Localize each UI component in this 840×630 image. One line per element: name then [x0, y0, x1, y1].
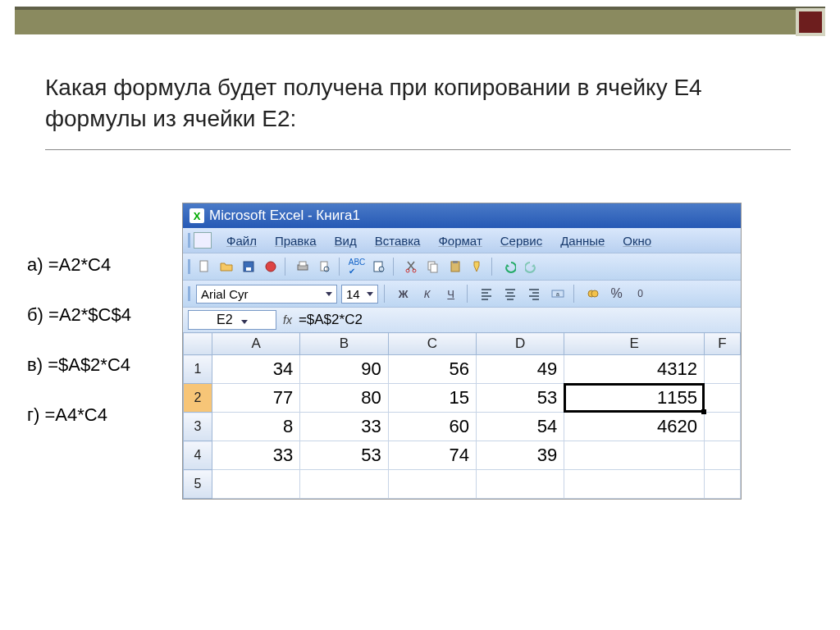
fx-icon[interactable]: fx [283, 313, 292, 326]
answer-c: в) =$A$2*C4 [27, 354, 131, 376]
standard-toolbar[interactable]: ABC✔ [183, 253, 741, 280]
undo-icon[interactable] [500, 257, 519, 276]
cell[interactable] [388, 470, 476, 499]
cell[interactable] [704, 355, 740, 384]
cell[interactable]: 4312 [564, 355, 705, 384]
currency-icon[interactable] [583, 284, 603, 304]
row-header-selected[interactable]: 2 [184, 384, 212, 413]
formula-input[interactable]: =$A$2*C2 [299, 312, 363, 328]
menu-format[interactable]: Формат [438, 234, 482, 248]
align-center-icon[interactable] [500, 284, 520, 304]
cell[interactable]: 8 [212, 413, 300, 441]
underline-button[interactable]: Ч [441, 284, 461, 304]
row-header[interactable]: 4 [184, 441, 212, 470]
open-icon[interactable] [217, 257, 236, 276]
cell[interactable] [704, 470, 740, 499]
cell[interactable]: 15 [388, 384, 476, 413]
row-4[interactable]: 4 33 53 74 39 [184, 441, 741, 470]
cell[interactable] [564, 441, 705, 470]
row-2[interactable]: 2 77 80 15 53 1155 [184, 384, 741, 413]
format-painter-icon[interactable] [468, 257, 487, 276]
copy-icon[interactable] [423, 257, 443, 276]
cell[interactable] [704, 384, 740, 413]
separator [467, 285, 471, 303]
row-3[interactable]: 3 8 33 60 54 4620 [184, 413, 741, 441]
print-icon[interactable] [293, 257, 313, 276]
svg-rect-13 [431, 264, 437, 272]
percent-icon[interactable]: % [607, 284, 627, 304]
cell[interactable] [704, 441, 740, 470]
separator [393, 258, 397, 276]
font-name-combo[interactable]: Arial Cyr [196, 285, 337, 304]
cell[interactable]: 4620 [564, 413, 705, 441]
row-header[interactable]: 1 [184, 355, 212, 384]
italic-button[interactable]: К [418, 284, 437, 304]
cell[interactable]: 53 [476, 384, 564, 413]
col-C[interactable]: C [388, 333, 476, 355]
svg-rect-0 [200, 261, 208, 272]
spellcheck-icon[interactable]: ABC✔ [347, 257, 367, 276]
row-header[interactable]: 3 [184, 413, 212, 441]
permission-icon[interactable] [261, 257, 281, 276]
answer-d: г) =A4*C4 [27, 404, 131, 426]
cell[interactable]: 54 [476, 413, 564, 441]
cell[interactable]: 49 [476, 355, 564, 384]
cell[interactable] [476, 470, 564, 499]
col-F[interactable]: F [704, 333, 740, 355]
cell[interactable]: 90 [300, 355, 388, 384]
cell-active[interactable]: 1155 [564, 384, 705, 413]
cell[interactable] [704, 413, 740, 441]
col-B[interactable]: B [300, 333, 388, 355]
save-icon[interactable] [239, 257, 258, 276]
cell[interactable]: 60 [388, 413, 476, 441]
formatting-toolbar[interactable]: Arial Cyr 14 Ж К Ч a % 0 [183, 280, 741, 307]
cell[interactable]: 39 [476, 441, 564, 470]
name-box[interactable]: E2 [188, 310, 276, 330]
menubar[interactable]: Файл Правка Вид Вставка Формат Сервис Да… [183, 228, 741, 253]
cell[interactable]: 77 [212, 384, 300, 413]
preview-icon[interactable] [315, 257, 335, 276]
cell[interactable]: 53 [300, 441, 388, 470]
spreadsheet-grid[interactable]: A B C D E F 1 34 90 56 49 4312 2 77 80 1… [183, 332, 741, 499]
cell[interactable]: 34 [212, 355, 300, 384]
cell[interactable]: 33 [212, 441, 300, 470]
cell[interactable]: 33 [300, 413, 388, 441]
align-right-icon[interactable] [524, 284, 544, 304]
col-D[interactable]: D [476, 333, 564, 355]
cell[interactable]: 80 [300, 384, 388, 413]
cut-icon[interactable] [401, 257, 421, 276]
col-E[interactable]: E [564, 333, 705, 355]
grip-icon [188, 286, 190, 301]
redo-icon[interactable] [522, 257, 541, 276]
cell[interactable] [564, 470, 705, 499]
menu-edit[interactable]: Правка [275, 234, 317, 248]
col-A[interactable]: A [212, 333, 300, 355]
merge-center-icon[interactable]: a [548, 284, 568, 304]
menu-data[interactable]: Данные [560, 234, 605, 248]
row-5[interactable]: 5 [184, 470, 741, 499]
cell[interactable]: 74 [388, 441, 476, 470]
cell[interactable]: 56 [388, 355, 476, 384]
font-size-combo[interactable]: 14 [341, 285, 378, 304]
menu-service[interactable]: Сервис [500, 234, 542, 248]
answer-b: б) =A2*$C$4 [27, 304, 131, 326]
select-all-corner[interactable] [184, 333, 212, 355]
row-1[interactable]: 1 34 90 56 49 4312 [184, 355, 741, 384]
cell[interactable] [212, 470, 300, 499]
question-text: Какая формула будет получена при копиров… [45, 75, 702, 131]
menu-file[interactable]: Файл [226, 234, 257, 248]
cell[interactable] [300, 470, 388, 499]
workbook-icon[interactable] [194, 232, 212, 249]
row-header[interactable]: 5 [184, 470, 212, 499]
new-icon[interactable] [194, 257, 214, 276]
bold-button[interactable]: Ж [394, 284, 413, 304]
formula-bar[interactable]: E2 fx =$A$2*C2 [183, 307, 741, 332]
paste-icon[interactable] [445, 257, 465, 276]
column-headers[interactable]: A B C D E F [184, 333, 741, 355]
align-left-icon[interactable] [477, 284, 496, 304]
menu-insert[interactable]: Вставка [375, 234, 421, 248]
menu-view[interactable]: Вид [335, 234, 357, 248]
menu-window[interactable]: Окно [623, 234, 651, 248]
research-icon[interactable] [369, 257, 389, 276]
comma-style-icon[interactable]: 0 [631, 284, 651, 304]
